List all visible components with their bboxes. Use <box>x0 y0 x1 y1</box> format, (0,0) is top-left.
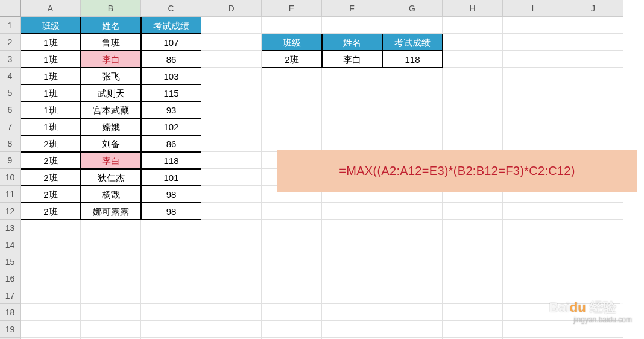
cell-H2[interactable] <box>443 34 503 51</box>
row-header-15[interactable]: 15 <box>0 253 21 270</box>
cell-H18[interactable] <box>443 304 503 321</box>
cell-J12[interactable] <box>563 203 623 220</box>
main-class-6[interactable]: 1班 <box>21 101 81 118</box>
column-header-D[interactable]: D <box>201 0 262 17</box>
cell-C18[interactable] <box>141 304 201 321</box>
row-header-18[interactable]: 18 <box>0 304 21 321</box>
lookup-header-1[interactable]: 姓名 <box>322 34 382 51</box>
cell-E15[interactable] <box>262 253 322 270</box>
cell-E12[interactable] <box>262 203 322 220</box>
cell-I7[interactable] <box>503 118 563 135</box>
column-header-I[interactable]: I <box>503 0 563 17</box>
main-score-3[interactable]: 86 <box>141 51 201 68</box>
cell-F6[interactable] <box>322 101 382 118</box>
cell-G5[interactable] <box>382 84 443 101</box>
main-header-2[interactable]: 考试成绩 <box>141 17 201 34</box>
row-header-10[interactable]: 10 <box>0 169 21 186</box>
row-header-16[interactable]: 16 <box>0 270 21 287</box>
row-header-3[interactable]: 3 <box>0 51 21 68</box>
cell-E5[interactable] <box>262 84 322 101</box>
row-header-13[interactable]: 13 <box>0 220 21 236</box>
cell-I16[interactable] <box>503 270 563 287</box>
cell-J2[interactable] <box>563 34 623 51</box>
cell-F18[interactable] <box>322 304 382 321</box>
row-header-11[interactable]: 11 <box>0 186 21 203</box>
cell-C16[interactable] <box>141 270 201 287</box>
cell-I5[interactable] <box>503 84 563 101</box>
cell-F19[interactable] <box>322 321 382 338</box>
cell-J7[interactable] <box>563 118 623 135</box>
cell-B19[interactable] <box>81 321 141 338</box>
cell-D7[interactable] <box>201 118 262 135</box>
row-header-7[interactable]: 7 <box>0 118 21 135</box>
main-score-7[interactable]: 102 <box>141 118 201 135</box>
main-class-7[interactable]: 1班 <box>21 118 81 135</box>
main-name-10[interactable]: 狄仁杰 <box>81 169 141 186</box>
cell-H6[interactable] <box>443 101 503 118</box>
cell-D13[interactable] <box>201 220 262 236</box>
cell-H1[interactable] <box>443 17 503 34</box>
cell-D12[interactable] <box>201 203 262 220</box>
main-name-5[interactable]: 武则天 <box>81 84 141 101</box>
cell-D3[interactable] <box>201 51 262 68</box>
cell-G15[interactable] <box>382 253 443 270</box>
row-header-2[interactable]: 2 <box>0 34 21 51</box>
cell-E17[interactable] <box>262 287 322 304</box>
cell-E1[interactable] <box>262 17 322 34</box>
row-header-12[interactable]: 12 <box>0 203 21 220</box>
cell-A17[interactable] <box>21 287 81 304</box>
cell-J16[interactable] <box>563 270 623 287</box>
main-score-9[interactable]: 118 <box>141 152 201 169</box>
cell-H19[interactable] <box>443 321 503 338</box>
cell-G1[interactable] <box>382 17 443 34</box>
main-class-8[interactable]: 2班 <box>21 135 81 152</box>
cell-G6[interactable] <box>382 101 443 118</box>
cell-A13[interactable] <box>21 220 81 236</box>
cell-A19[interactable] <box>21 321 81 338</box>
cell-J15[interactable] <box>563 253 623 270</box>
lookup-score[interactable]: 118 <box>382 51 443 68</box>
cell-E6[interactable] <box>262 101 322 118</box>
main-score-10[interactable]: 101 <box>141 169 201 186</box>
cell-D10[interactable] <box>201 169 262 186</box>
cell-D18[interactable] <box>201 304 262 321</box>
cell-D16[interactable] <box>201 270 262 287</box>
main-class-12[interactable]: 2班 <box>21 203 81 220</box>
main-name-6[interactable]: 宫本武藏 <box>81 101 141 118</box>
cell-E7[interactable] <box>262 118 322 135</box>
cell-J4[interactable] <box>563 68 623 84</box>
main-score-8[interactable]: 86 <box>141 135 201 152</box>
cell-I14[interactable] <box>503 236 563 253</box>
cell-A18[interactable] <box>21 304 81 321</box>
cell-F7[interactable] <box>322 118 382 135</box>
cell-D8[interactable] <box>201 135 262 152</box>
main-name-3[interactable]: 李白 <box>81 51 141 68</box>
main-score-6[interactable]: 93 <box>141 101 201 118</box>
cell-H13[interactable] <box>443 220 503 236</box>
cell-F4[interactable] <box>322 68 382 84</box>
main-class-10[interactable]: 2班 <box>21 169 81 186</box>
cell-H15[interactable] <box>443 253 503 270</box>
cell-G14[interactable] <box>382 236 443 253</box>
cell-G13[interactable] <box>382 220 443 236</box>
cell-D15[interactable] <box>201 253 262 270</box>
main-name-11[interactable]: 杨戬 <box>81 186 141 203</box>
cell-I15[interactable] <box>503 253 563 270</box>
cell-A16[interactable] <box>21 270 81 287</box>
lookup-header-2[interactable]: 考试成绩 <box>382 34 443 51</box>
row-header-9[interactable]: 9 <box>0 152 21 169</box>
cell-J13[interactable] <box>563 220 623 236</box>
cell-J3[interactable] <box>563 51 623 68</box>
lookup-class[interactable]: 2班 <box>262 51 322 68</box>
column-header-B[interactable]: B <box>81 0 141 17</box>
cell-D11[interactable] <box>201 186 262 203</box>
cell-D4[interactable] <box>201 68 262 84</box>
cell-D1[interactable] <box>201 17 262 34</box>
main-name-7[interactable]: 嫦娥 <box>81 118 141 135</box>
column-header-E[interactable]: E <box>262 0 322 17</box>
cell-G17[interactable] <box>382 287 443 304</box>
main-name-2[interactable]: 鲁班 <box>81 34 141 51</box>
select-all-corner[interactable] <box>0 0 21 17</box>
row-header-14[interactable]: 14 <box>0 236 21 253</box>
cell-G12[interactable] <box>382 203 443 220</box>
